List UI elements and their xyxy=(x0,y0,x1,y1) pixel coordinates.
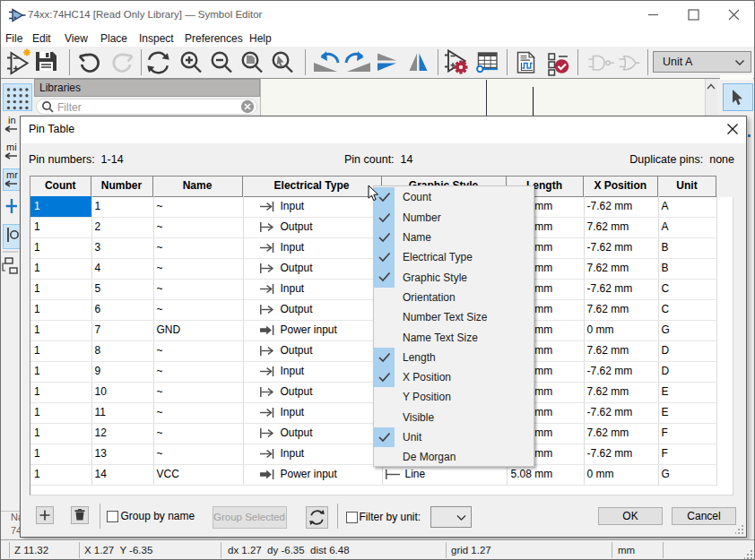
svg-text:in: in xyxy=(8,115,16,125)
svg-text:mi: mi xyxy=(6,142,17,152)
svg-text:mr: mr xyxy=(6,169,18,180)
